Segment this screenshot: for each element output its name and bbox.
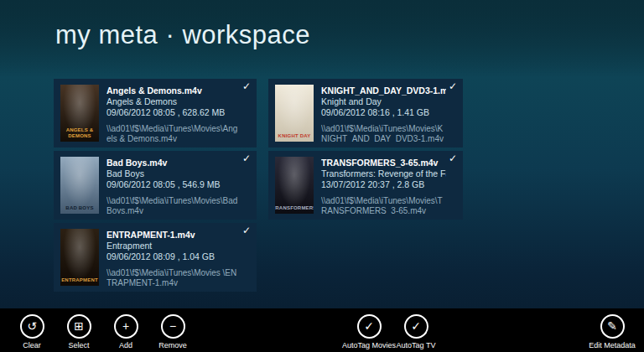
movie-poster: Angels & Demons	[60, 85, 99, 142]
card-date-size: 09/06/2012 08:05 , 546.9 MB	[106, 179, 240, 190]
movie-poster-title: Entrapment	[61, 277, 98, 286]
appbar-button-autotag-tv[interactable]: ✓ AutoTag TV	[392, 312, 439, 349]
selected-check-icon: ✓	[449, 80, 457, 92]
card-filename: Bad Boys.m4v	[106, 158, 240, 168]
appbar-button-autotag-movies[interactable]: ✓ AutoTag Movies	[345, 312, 392, 349]
appbar-button-label: Edit Metadata	[589, 341, 636, 349]
autotag-movies-check-icon: ✓	[357, 314, 382, 339]
movie-poster-title: Transformers	[275, 205, 314, 214]
appbar-button-label: Remove	[158, 341, 187, 349]
card-file-path: \\ad01\f$\Media\iTunes\Movies\TRANSFORME…	[321, 196, 446, 214]
media-card[interactable]: Angels & Demons Angels & Demons.m4v Ange…	[54, 79, 257, 148]
card-date-size: 13/07/2012 20:37 , 2.8 GB	[321, 179, 446, 190]
app-bar: ↺ Clear ⊞ Select + Add − Remove ✓ AutoTa…	[0, 308, 644, 352]
card-date-size: 09/06/2012 08:05 , 628.62 MB	[106, 107, 240, 118]
selected-check-icon: ✓	[242, 80, 251, 92]
appbar-button-add[interactable]: + Add	[102, 312, 149, 349]
app-header: my meta · workspace	[0, 0, 644, 77]
selected-check-icon: ✓	[449, 153, 457, 164]
appbar-right-group: ✎ Edit Metadata	[589, 312, 636, 349]
appbar-button-edit-metadata[interactable]: ✎ Edit Metadata	[589, 312, 636, 349]
movie-poster-title: Bad Boys	[65, 205, 93, 214]
card-movie-title: Entrapment	[106, 241, 240, 251]
card-file-path: \\ad01\f$\Media\iTunes\Movies \ENTRAPMEN…	[106, 268, 240, 286]
card-movie-title: Bad Boys	[106, 168, 240, 179]
movie-poster-title: Knight Day	[278, 133, 311, 142]
appbar-middle-group: ✓ AutoTag Movies ✓ AutoTag TV	[345, 312, 439, 349]
appbar-button-remove[interactable]: − Remove	[149, 312, 196, 349]
appbar-button-label: Select	[68, 341, 89, 349]
card-file-path: \\ad01\f$\Media\iTunes\Movies\Bad Boys.m…	[106, 196, 240, 214]
appbar-button-select[interactable]: ⊞ Select	[55, 312, 102, 349]
movie-poster: Bad Boys	[60, 157, 99, 214]
appbar-button-label: AutoTag Movies	[342, 341, 396, 349]
card-text: Angels & Demons.m4v Angels & Demons 09/0…	[106, 85, 250, 142]
card-movie-title: Transformers: Revenge of the Fallen	[321, 168, 446, 179]
movie-poster: Knight Day	[275, 85, 314, 142]
movie-poster-title: Angels & Demons	[60, 127, 99, 142]
card-filename: Angels & Demons.m4v	[106, 85, 240, 96]
edit-pencil-icon: ✎	[600, 314, 625, 339]
selected-check-icon: ✓	[242, 153, 251, 164]
card-text: ENTRAPMENT-1.m4v Entrapment 09/06/2012 0…	[106, 229, 250, 286]
card-text: Bad Boys.m4v Bad Boys 09/06/2012 08:05 ,…	[106, 157, 250, 214]
card-text: KNIGHT_AND_DAY_DVD3-1.m4v Knight and Day…	[321, 85, 456, 142]
appbar-button-label: Clear	[23, 341, 41, 349]
movie-poster: Entrapment	[60, 229, 99, 286]
media-card[interactable]: Transformers TRANSFORMERS_3-65.m4v Trans…	[268, 151, 463, 220]
selected-check-icon: ✓	[242, 225, 251, 236]
appbar-left-group: ↺ Clear ⊞ Select + Add − Remove	[8, 312, 196, 349]
appbar-button-clear[interactable]: ↺ Clear	[8, 312, 55, 349]
autotag-tv-check-icon: ✓	[404, 314, 428, 339]
appbar-button-label: AutoTag TV	[397, 341, 436, 349]
clear-undo-icon: ↺	[20, 314, 44, 339]
card-date-size: 09/06/2012 08:09 , 1.04 GB	[106, 251, 240, 262]
card-file-path: \\ad01\f$\Media\iTunes\Movies\Angels & D…	[106, 124, 240, 142]
movie-poster: Transformers	[275, 157, 314, 214]
page-title: my meta · workspace	[55, 20, 644, 50]
card-grid: Angels & Demons Angels & Demons.m4v Ange…	[54, 79, 644, 292]
remove-minus-icon: −	[161, 314, 185, 339]
card-filename: TRANSFORMERS_3-65.m4v	[321, 158, 446, 168]
card-movie-title: Angels & Demons	[106, 96, 240, 107]
select-grid-icon: ⊞	[67, 314, 91, 339]
appbar-button-label: Add	[119, 341, 132, 349]
card-file-path: \\ad01\f$\Media\iTunes\Movies\KNIGHT_AND…	[321, 124, 446, 142]
card-filename: ENTRAPMENT-1.m4v	[106, 230, 240, 241]
media-card[interactable]: Knight Day KNIGHT_AND_DAY_DVD3-1.m4v Kni…	[268, 79, 463, 148]
media-card[interactable]: Bad Boys Bad Boys.m4v Bad Boys 09/06/201…	[54, 151, 257, 220]
card-date-size: 09/06/2012 08:16 , 1.41 GB	[321, 107, 446, 118]
add-plus-icon: +	[114, 314, 138, 339]
card-movie-title: Knight and Day	[321, 96, 446, 107]
media-card[interactable]: Entrapment ENTRAPMENT-1.m4v Entrapment 0…	[54, 223, 257, 292]
card-filename: KNIGHT_AND_DAY_DVD3-1.m4v	[321, 85, 446, 96]
card-text: TRANSFORMERS_3-65.m4v Transformers: Reve…	[321, 157, 456, 214]
